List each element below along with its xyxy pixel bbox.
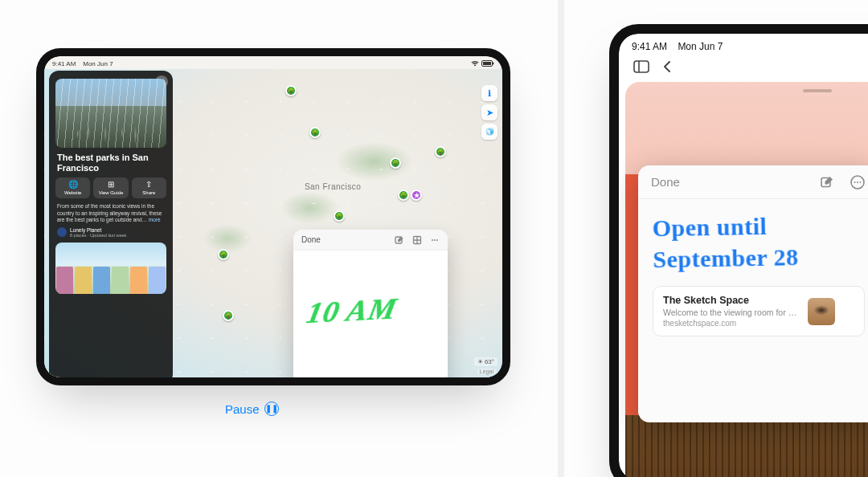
panel-divider — [558, 0, 564, 477]
link-thumbnail — [808, 298, 835, 325]
svg-point-5 — [432, 239, 433, 241]
quick-note-popover[interactable]: Done 10 AM — [293, 230, 448, 377]
more-link[interactable]: more — [149, 217, 161, 222]
ipad-left-device: 9:41 AM Mon Jun 7 San Francisco 🌳 🌳 — [36, 48, 510, 385]
map-pin-poi[interactable]: ★ — [411, 190, 422, 201]
view-guide-chip[interactable]: ⊞View Guide — [93, 177, 128, 198]
map-city-label: San Francisco — [305, 181, 361, 190]
svg-point-7 — [436, 239, 438, 241]
maps-guide-panel[interactable]: ✕ The best parks in San Francisco 🌐Websi… — [49, 71, 173, 377]
done-button[interactable]: Done — [651, 175, 680, 189]
map-controls: ℹ︎ ➤ 🧊 — [481, 85, 497, 140]
link-url: thesketchspace.com — [663, 319, 800, 328]
svg-point-12 — [857, 181, 858, 183]
map-legal[interactable]: Legal — [477, 369, 496, 374]
map-pin[interactable]: 🌳 — [223, 310, 234, 321]
map-pin[interactable]: 🌳 — [398, 190, 409, 201]
grabber-handle[interactable] — [803, 89, 832, 92]
link-subtitle: Welcome to the viewing room for e… — [663, 308, 800, 317]
ipad-left-screen: 9:41 AM Mon Jun 7 San Francisco 🌳 🌳 — [44, 56, 502, 377]
svg-point-13 — [860, 181, 862, 183]
compose-icon[interactable] — [818, 173, 836, 191]
back-icon[interactable] — [662, 60, 672, 77]
guide-secondary-image[interactable] — [55, 243, 166, 294]
map-3d-button[interactable]: 🧊 — [481, 124, 497, 140]
status-bar: 9:41 AM Mon Jun 7 — [619, 34, 868, 55]
note-body[interactable]: Open until September 28 The Sketch Space… — [638, 199, 868, 422]
status-time: 9:41 AM — [52, 60, 76, 67]
map-pin[interactable]: 🌳 — [309, 127, 321, 138]
publisher-avatar — [57, 227, 67, 237]
svg-point-6 — [434, 239, 436, 241]
share-chip[interactable]: ⇪Share — [132, 177, 166, 198]
pause-button[interactable]: Pause ❚❚ — [225, 402, 279, 416]
note-ink-text: 10 AM — [304, 290, 400, 330]
publisher-meta: 8 places · Updated last week — [70, 233, 126, 238]
link-title: The Sketch Space — [663, 295, 800, 306]
done-button[interactable]: Done — [301, 235, 321, 244]
sidebar-icon[interactable] — [633, 60, 649, 77]
map-pin[interactable]: 🌳 — [334, 210, 345, 222]
safari-toolbar — [619, 55, 868, 82]
ipad-right-device: 9:41 AM Mon Jun 7 Done — [609, 24, 868, 477]
guide-hero-image — [55, 79, 166, 148]
pause-icon: ❚❚ — [264, 402, 279, 416]
guide-description: From some of the most iconic views in th… — [57, 203, 165, 223]
promo-stage: 9:41 AM Mon Jun 7 San Francisco 🌳 🌳 — [0, 0, 868, 477]
note-ink-text: Open until September 28 — [652, 209, 865, 275]
more-icon[interactable] — [849, 173, 866, 191]
svg-rect-8 — [634, 61, 649, 72]
note-toolbar: Done — [638, 165, 868, 199]
map-pin[interactable]: 🌳 — [390, 157, 401, 169]
grid-icon[interactable] — [412, 235, 422, 245]
publisher-name: Lonely Planet — [70, 227, 126, 233]
status-time: 9:41 AM — [632, 41, 667, 52]
note-toolbar: Done — [293, 230, 448, 251]
map-info-button[interactable]: ℹ︎ — [481, 85, 497, 101]
pause-label: Pause — [225, 402, 260, 416]
website-chip[interactable]: 🌐Website — [55, 177, 90, 198]
ipad-right-screen: 9:41 AM Mon Jun 7 Done — [619, 34, 868, 477]
battery-icon — [481, 60, 494, 67]
quick-note-popover[interactable]: Done Open until September 28 The Sketch … — [638, 165, 868, 422]
svg-point-11 — [854, 181, 856, 183]
more-icon[interactable] — [430, 235, 440, 245]
map-locate-button[interactable]: ➤ — [481, 104, 497, 120]
map-pin[interactable]: 🌳 — [285, 85, 297, 96]
svg-rect-2 — [493, 63, 493, 65]
map-pin[interactable]: 🌳 — [218, 249, 229, 260]
note-body[interactable]: 10 AM — [293, 251, 448, 377]
guide-title: The best parks in San Francisco — [57, 153, 165, 173]
map-temperature: ☀︎ 63° — [474, 357, 497, 366]
wifi-icon — [471, 60, 479, 67]
guide-byline[interactable]: Lonely Planet 8 places · Updated last we… — [57, 227, 165, 238]
map-pin[interactable]: 🌳 — [435, 146, 446, 157]
status-bar: 9:41 AM Mon Jun 7 — [44, 56, 502, 69]
compose-icon[interactable] — [395, 235, 404, 245]
status-date: Mon Jun 7 — [678, 41, 723, 52]
svg-rect-1 — [483, 62, 491, 65]
status-date: Mon Jun 7 — [83, 60, 113, 67]
link-preview-card[interactable]: The Sketch Space Welcome to the viewing … — [653, 286, 865, 336]
